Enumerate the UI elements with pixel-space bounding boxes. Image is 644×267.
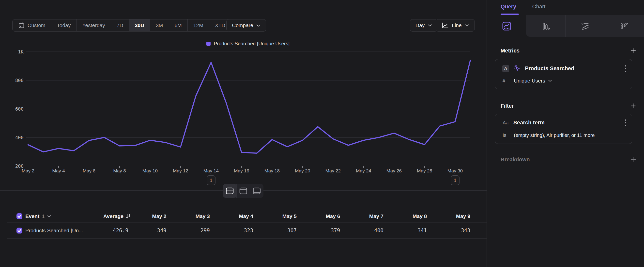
table-cell-value: 341 [384, 228, 427, 233]
filter-operator[interactable]: Is [502, 133, 509, 138]
layout-table-only-button[interactable] [250, 184, 264, 198]
measure-selector[interactable]: Unique Users [514, 78, 552, 84]
x-tick-label: May 10 [136, 168, 164, 174]
table-cell-value: 343 [427, 228, 470, 233]
metric-card[interactable]: A Products Searched # Unique Users [495, 59, 632, 89]
average-header-label: Average [103, 213, 124, 219]
main-area: CustomTodayYesterday7D30D3M6M12MXTD Comp… [0, 0, 486, 267]
chart-view-icon [239, 187, 248, 195]
event-count: 1 [42, 213, 45, 219]
table-cell-value: 299 [166, 228, 210, 233]
table-bottom-border [8, 238, 486, 239]
filter-menu-button[interactable] [625, 119, 626, 126]
layout-toggle-group [223, 184, 264, 198]
report-type-tabs [487, 15, 644, 37]
date-column-header[interactable]: May 5 [253, 213, 297, 219]
retention-grid-icon [620, 21, 630, 31]
x-tick-label: May 14 [198, 168, 224, 174]
add-filter-icon[interactable] [630, 102, 636, 109]
text-property-icon: Aa [502, 120, 509, 126]
select-all-checkbox[interactable] [16, 213, 22, 219]
x-tick-label: May 6 [76, 168, 102, 174]
query-panel: Query Chart [487, 0, 644, 267]
annotation-badge[interactable]: 1 [451, 175, 460, 185]
annotation-badge[interactable]: 1 [207, 175, 216, 185]
metrics-heading: Metrics [500, 48, 520, 54]
x-tick-label: May 18 [258, 168, 286, 174]
check-icon [16, 213, 22, 219]
breakdown-section-header: Breakdown [500, 156, 636, 163]
bar-chart-icon [541, 21, 551, 31]
y-tick-label: 1K [8, 49, 24, 55]
event-header[interactable]: Event 1 [25, 213, 51, 219]
add-breakdown-icon[interactable] [630, 156, 636, 163]
y-tick-label: 800 [8, 78, 24, 83]
table-row: Products Searched [Un... 426.9 349299323… [0, 222, 486, 238]
retention-tab[interactable] [605, 15, 644, 37]
metric-menu-button[interactable] [625, 65, 626, 72]
x-tick-label: May 4 [45, 168, 72, 174]
measure-label: Unique Users [514, 78, 545, 84]
date-column-header[interactable]: May 6 [297, 213, 340, 219]
x-tick-label: May 28 [411, 168, 438, 174]
table-cell-value: 307 [253, 228, 297, 233]
table-cell-value: 349 [123, 228, 166, 233]
date-value-cells: 349299323307379400341343 [123, 228, 470, 233]
chevron-down-icon [47, 215, 51, 217]
line-chart[interactable] [0, 0, 486, 183]
filter-section-header: Filter [500, 102, 636, 109]
filter-card[interactable]: Aa Search term Is (empty string), Air pu… [495, 114, 632, 144]
date-column-header[interactable]: May 4 [210, 213, 253, 219]
x-tick-label: May 24 [350, 168, 377, 174]
y-tick-label: 600 [8, 106, 24, 112]
layout-split-button[interactable] [223, 184, 236, 198]
metric-name: Products Searched [525, 65, 574, 72]
split-view-icon [225, 187, 234, 195]
check-icon [16, 228, 22, 233]
breakdown-heading: Breakdown [500, 156, 530, 163]
date-column-header[interactable]: May 2 [123, 213, 166, 219]
x-tick-label: May 8 [106, 168, 133, 174]
tab-chart[interactable]: Chart [532, 4, 546, 10]
layout-chart-only-button[interactable] [236, 184, 250, 198]
filter-value[interactable]: (empty string), Air purifier, or 11 more [514, 133, 595, 138]
tab-query[interactable]: Query [500, 4, 516, 10]
active-tab-underline [500, 14, 519, 15]
add-metric-icon[interactable] [630, 47, 636, 54]
x-tick-label: May 30 [442, 168, 468, 174]
filter-property-name: Search term [514, 119, 544, 126]
table-cell-value: 379 [297, 228, 340, 233]
insights-tab[interactable] [487, 15, 526, 37]
average-header[interactable]: Average [59, 213, 124, 219]
date-column-header[interactable]: May 8 [384, 213, 427, 219]
flows-icon [580, 21, 590, 31]
x-tick-label: May 22 [320, 168, 346, 174]
y-tick-label: 200 [8, 163, 24, 169]
insights-icon [502, 21, 512, 31]
metrics-section-header: Metrics [500, 47, 636, 54]
panel-tabs: Query Chart [500, 4, 545, 10]
x-tick-label: May 20 [289, 168, 316, 174]
x-tick-label: May 16 [228, 168, 255, 174]
row-checkbox[interactable] [16, 228, 22, 233]
x-tick-label: May 26 [380, 168, 408, 174]
measure-type-icon: # [502, 78, 509, 84]
date-column-header[interactable]: May 7 [340, 213, 384, 219]
x-tick-label: May 2 [14, 168, 42, 174]
funnels-tab[interactable] [526, 15, 565, 37]
table-cell-value: 400 [340, 228, 384, 233]
x-tick-label: May 12 [167, 168, 194, 174]
event-header-label: Event [25, 213, 39, 219]
flows-tab[interactable] [565, 15, 605, 37]
table-cell-value: 323 [210, 228, 253, 233]
event-pointer-icon [514, 65, 521, 72]
date-column-header[interactable]: May 3 [166, 213, 210, 219]
metric-series-badge: A [502, 65, 509, 72]
y-tick-label: 400 [8, 135, 24, 140]
average-value: 426.9 [74, 228, 128, 233]
filter-heading: Filter [500, 103, 514, 109]
table-view-icon [252, 187, 261, 195]
date-column-header[interactable]: May 9 [427, 213, 470, 219]
date-column-headers: May 2May 3May 4May 5May 6May 7May 8May 9 [123, 213, 470, 219]
chevron-down-icon [548, 80, 552, 82]
